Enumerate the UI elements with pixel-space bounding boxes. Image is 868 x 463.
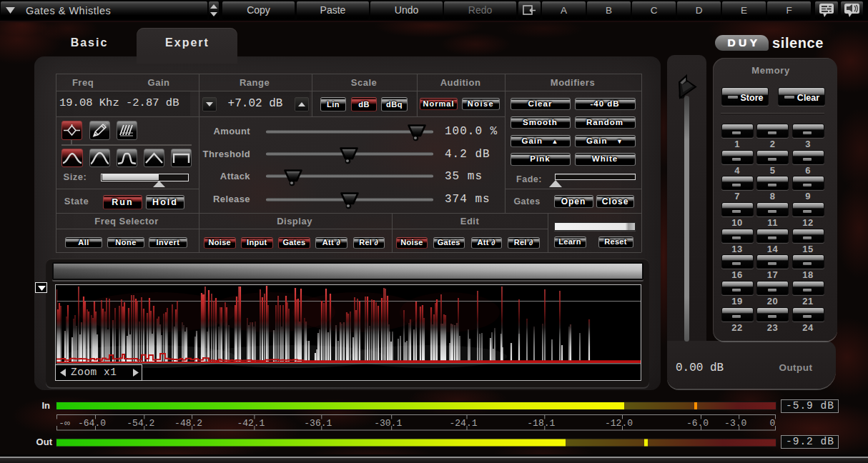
svg-text:-3.0: -3.0 <box>724 418 746 429</box>
svg-text:-42.1: -42.1 <box>237 418 265 429</box>
svg-text:-∞: -∞ <box>59 418 70 429</box>
svg-text:-30.1: -30.1 <box>374 418 402 429</box>
svg-text:0: 0 <box>770 418 776 429</box>
svg-text:-18.1: -18.1 <box>527 418 555 429</box>
svg-text:-6.0: -6.0 <box>686 418 709 429</box>
svg-text:-54.2: -54.2 <box>127 418 154 429</box>
svg-text:-64.0: -64.0 <box>78 418 106 429</box>
svg-text:-36.1: -36.1 <box>304 418 332 429</box>
svg-text:-24.1: -24.1 <box>449 418 477 429</box>
svg-text:-12.0: -12.0 <box>605 418 633 429</box>
svg-text:-48.2: -48.2 <box>174 418 202 429</box>
